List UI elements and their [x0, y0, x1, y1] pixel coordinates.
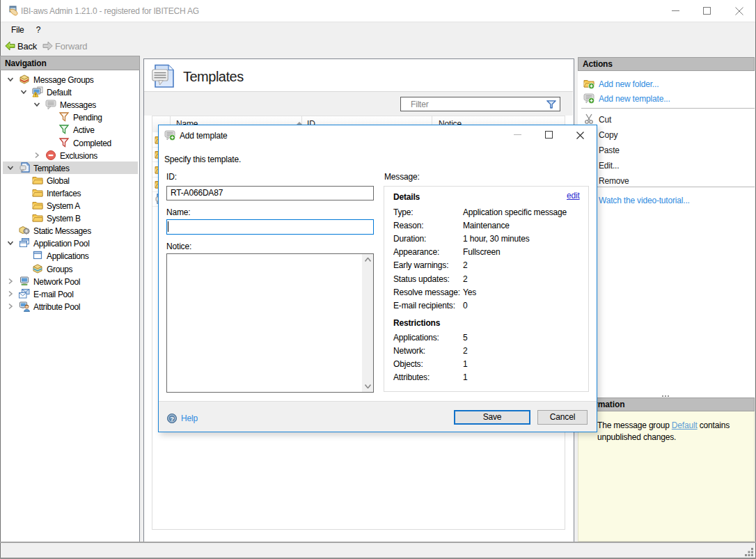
svg-text:?: ?	[170, 415, 174, 423]
